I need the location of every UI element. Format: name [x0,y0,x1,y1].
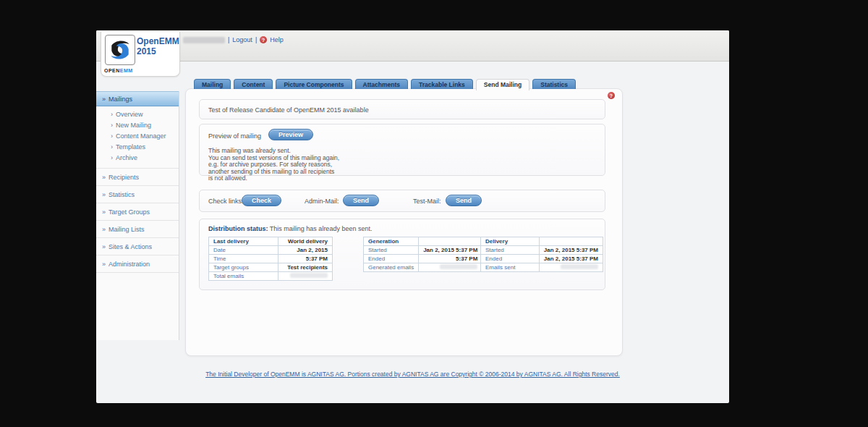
distribution-status-caption: Distribution status: This mailing has al… [208,225,372,232]
admin-mail-send-button[interactable]: Send [343,195,379,206]
sidebar-item-recipients[interactable]: »Recipients [96,169,179,186]
chevron-single-icon: › [111,111,113,118]
tab-attachments[interactable]: Attachments [355,79,408,89]
redacted-value [290,273,328,278]
help-link[interactable]: Help [270,36,284,43]
table-row: Target groups Test recipients [209,263,333,272]
sidebar-item-statistics[interactable]: »Statistics [96,186,179,203]
table-header-cell: Generation [364,237,419,246]
last-delivery-table: Last delivery World delivery Date Jan 2,… [208,237,333,281]
sidebar: »Mailings ›Overview ›New Mailing ›Conten… [96,91,179,340]
sidebar-item-mailings[interactable]: »Mailings [96,91,179,106]
sidebar-item-templates[interactable]: ›Templates [96,142,179,153]
test-mail-label: Test-Mail: [413,198,441,205]
preview-section: Preview of mailing Preview This mailing … [199,124,605,176]
redacted-value [561,264,598,269]
copyright-link[interactable]: The Initial Developer of OpenEMM is AGNI… [205,371,620,378]
distribution-status-section: Distribution status: This mailing has al… [199,219,605,290]
sidebar-item-overview[interactable]: ›Overview [96,109,179,120]
sidebar-item-target-groups[interactable]: »Target Groups [96,203,179,221]
sidebar-submenu-mailings: ›Overview ›New Mailing ›Content Manager … [96,106,179,169]
mailing-title-box: Test of Release Candidate of OpenEMM 201… [199,99,605,119]
tab-picture-components[interactable]: Picture Components [276,79,352,89]
sidebar-item-mailing-lists[interactable]: »Mailing Lists [96,221,179,238]
table-header-cell [419,237,482,246]
openemm-swirl-icon [107,37,133,63]
table-header-cell: Last delivery [209,237,278,246]
tab-send-mailing[interactable]: Send Mailing [476,79,529,90]
table-row: Time 5:37 PM [209,255,333,263]
footer: The Initial Developer of OpenEMM is AGNI… [96,371,729,378]
sidebar-item-administration[interactable]: »Administration [96,255,179,273]
table-row: Generated emails [364,263,482,272]
table-row: Ended Jan 2, 2015 5:37 PM [481,255,603,263]
openemm-app-window: OPENEMM OpenEMM 2015 | Logout | ? Help »… [96,30,729,403]
chevron-double-icon: » [102,191,106,198]
mailing-title: Test of Release Candidate of OpenEMM 201… [208,106,369,114]
screen: OPENEMM OpenEMM 2015 | Logout | ? Help »… [0,0,868,427]
tab-trackable-links[interactable]: Trackable Links [411,79,473,89]
redacted-value [440,264,477,269]
separator: | [228,36,229,43]
logo-wordmark: OPENEMM [104,68,133,73]
help-icon[interactable]: ? [260,36,267,43]
header-links: | Logout | ? Help [183,36,284,43]
admin-mail-label: Admin-Mail: [305,198,339,205]
delivery-table: Delivery Started Jan 2, 2015 5:37 PM End… [480,237,603,272]
test-mail-send-button[interactable]: Send [446,195,482,206]
openemm-logo [105,35,135,65]
sidebar-item-sites-actions[interactable]: »Sites & Actions [96,238,179,255]
mailing-tab-bar: Mailing Content Picture Components Attac… [194,79,576,90]
help-icon[interactable]: ? [608,92,615,99]
app-title: OpenEMM 2015 [137,36,179,56]
check-links-button[interactable]: Check [242,195,281,206]
logout-link[interactable]: Logout [232,36,252,43]
main-panel: ? Test of Release Candidate of OpenEMM 2… [185,88,623,356]
app-header [96,30,729,62]
table-row: Emails sent [481,263,603,272]
sidebar-item-new-mailing[interactable]: ›New Mailing [96,120,179,131]
table-header-cell: Delivery [481,237,540,246]
table-row: Date Jan 2, 2015 [209,246,333,255]
chevron-double-icon: » [102,174,106,181]
chevron-double-icon: » [102,96,106,103]
chevron-double-icon: » [102,261,106,268]
table-header-cell [539,237,603,246]
table-row: Started Jan 2, 2015 5:37 PM [364,246,482,255]
sidebar-item-archive[interactable]: ›Archive [96,153,179,164]
chevron-single-icon: › [111,154,113,161]
chevron-single-icon: › [111,132,113,140]
chevron-single-icon: › [111,143,113,151]
preview-button[interactable]: Preview [268,129,313,140]
table-header-cell: World delivery [278,237,332,246]
chevron-double-icon: » [102,226,106,233]
chevron-single-icon: › [111,122,113,129]
chevron-double-icon: » [102,243,106,250]
tab-content[interactable]: Content [234,79,273,89]
already-sent-note: This mailing was already sent. You can s… [208,148,339,182]
table-row: Ended 5:37 PM [364,255,482,263]
send-actions-section: Check links: Check Admin-Mail: Send Test… [199,190,605,212]
generation-table: Generation Started Jan 2, 2015 5:37 PM E… [363,237,482,272]
sidebar-item-content-manager[interactable]: ›Content Manager [96,131,179,142]
tab-mailing[interactable]: Mailing [194,79,231,89]
table-row: Total emails [209,272,333,281]
tab-statistics[interactable]: Statistics [532,79,576,89]
check-links-label: Check links: [208,198,244,205]
preview-label: Preview of mailing [208,132,261,140]
separator: | [255,36,257,43]
table-row: Started Jan 2, 2015 5:37 PM [481,246,603,255]
chevron-double-icon: » [102,208,106,216]
redacted-username [183,37,225,43]
